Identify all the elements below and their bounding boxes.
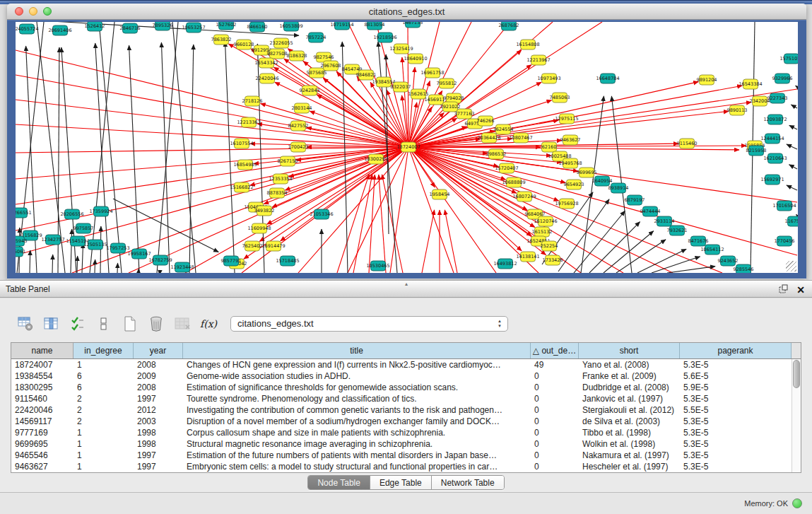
column-header-name[interactable]: name [11, 343, 73, 358]
table-cell: 1997 [134, 393, 183, 404]
table-cell: Structural magnetic resonance image aver… [183, 438, 531, 450]
function-builder-icon[interactable]: f(x) [199, 314, 218, 334]
graph-edge[interactable] [317, 95, 408, 147]
delete-column-button[interactable] [146, 314, 166, 334]
table-row[interactable]: 977716911998Corpus callosum shape and si… [11, 427, 801, 438]
table-row[interactable]: 1830029562008Estimation of significance … [11, 382, 801, 393]
graph-edge[interactable] [604, 231, 654, 273]
graph-edge[interactable] [281, 147, 408, 241]
graph-edge[interactable] [652, 257, 700, 273]
create-column-button[interactable] [120, 314, 140, 334]
graph-edge[interactable] [30, 250, 30, 273]
splitter-handle[interactable]: ▴ [405, 281, 408, 287]
graph-node-label: 19958167 [127, 251, 151, 257]
float-panel-icon[interactable] [779, 284, 788, 296]
table-row[interactable]: 1872400712008Changes of HCN gene express… [11, 359, 801, 370]
graph-node-label: 18724007 [396, 144, 420, 150]
graph-edge[interactable] [789, 165, 797, 169]
select-all-rows-button[interactable] [68, 314, 88, 334]
graph-edge[interactable] [77, 256, 78, 273]
show-columns-button[interactable] [42, 314, 61, 334]
graph-node-label: 9474444 [640, 209, 661, 214]
column-header-in_degree[interactable]: in_degree [73, 343, 134, 358]
table-row[interactable]: 969969511998Structural magnetic resonanc… [11, 438, 801, 450]
graph-node-label: 2933114 [654, 218, 675, 224]
table-row[interactable]: 2242004622012Investigating the contribut… [11, 404, 801, 416]
deselect-all-rows-button[interactable] [94, 314, 114, 334]
graph-edge[interactable] [52, 255, 53, 273]
graph-edge[interactable] [185, 147, 408, 273]
table-cell: 0 [531, 393, 579, 404]
graph-edge[interactable] [787, 185, 797, 190]
graph-edge[interactable] [95, 259, 95, 273]
memory-status-indicator[interactable] [792, 498, 802, 508]
graph-node-label: 8215958 [746, 148, 767, 153]
table-cell: Nakamura et al. (1997) [579, 450, 680, 461]
table-mode-button[interactable] [16, 314, 35, 334]
graph-edge[interactable] [408, 147, 797, 255]
graph-edge[interactable] [796, 86, 797, 87]
graph-edge[interactable] [791, 105, 797, 108]
table-row[interactable]: 946362711997Embryonic stem cells: a mode… [11, 461, 801, 472]
graph-edge[interactable] [71, 229, 72, 273]
graph-node-label: 1770456 [775, 238, 795, 244]
graph-edge[interactable] [172, 22, 196, 273]
table-row[interactable]: 1938455462009Genome-wide association stu… [11, 370, 801, 382]
window-titlebar[interactable]: citations_edges.txt [7, 4, 806, 20]
graph-node-label: 2718126 [242, 98, 263, 104]
graph-edge[interactable] [275, 82, 408, 147]
table-cell: Yano et al. (2008) [579, 359, 680, 370]
graph-edge[interactable] [574, 211, 625, 273]
tab-network-table[interactable]: Network Table [432, 476, 504, 489]
canvas-resize-grip[interactable] [786, 261, 796, 271]
graph-edge[interactable] [796, 214, 797, 216]
graph-edge[interactable] [157, 22, 178, 273]
close-panel-icon[interactable]: ✕ [796, 285, 805, 295]
network-table-selector[interactable]: citations_edges.txt ▲▼ [230, 316, 508, 332]
graph-edge[interactable] [667, 267, 715, 273]
graph-node-label: 9227343 [767, 95, 788, 101]
graph-node-label: 7863822 [211, 37, 232, 42]
graph-node-label: 2687682 [499, 23, 519, 28]
graph-edge[interactable] [789, 125, 797, 129]
column-header-pagerank[interactable]: pagerank [680, 343, 792, 358]
graph-edge[interactable] [408, 147, 454, 273]
graph-edge[interactable] [95, 43, 109, 273]
column-header-short[interactable]: short [579, 343, 680, 358]
table-row[interactable]: 911546021997Tourette syndrome. Phenomeno… [11, 393, 801, 404]
tab-edge-table[interactable]: Edge Table [370, 476, 432, 489]
graph-edge[interactable] [113, 199, 218, 252]
scrollbar-thumb[interactable] [793, 360, 800, 388]
graph-edge[interactable] [117, 263, 118, 273]
graph-edge[interactable] [408, 82, 698, 147]
column-header-year[interactable]: year [134, 343, 183, 358]
column-header-title[interactable]: title [183, 343, 531, 358]
graph-edge[interactable] [342, 42, 348, 273]
graph-node-label: 62160 [542, 144, 557, 150]
graph-node-label: 8813054 [365, 22, 385, 28]
network-canvas[interactable]: 1872400778638229660128891295423226055982… [16, 22, 798, 273]
graph-edge[interactable] [16, 147, 408, 204]
memory-status-label: Memory: OK [744, 499, 788, 508]
graph-edge[interactable] [225, 42, 235, 273]
table-row[interactable]: 946554611997Estimation of the future num… [11, 450, 801, 461]
vertical-scrollbar[interactable] [792, 359, 801, 472]
table-cell: 9115460 [11, 393, 73, 404]
table-row[interactable]: 1456911722003Disruption of a novel membe… [11, 416, 801, 427]
table-cell: 0 [531, 450, 579, 461]
graph-edge[interactable] [445, 210, 457, 273]
tab-node-table[interactable]: Node Table [308, 476, 370, 489]
scrollbar-corner [792, 343, 801, 358]
table-cell: 6 [73, 382, 134, 393]
graph-node-label: 19495768 [558, 160, 582, 166]
column-header-out_de[interactable]: △ out_de… [531, 343, 579, 358]
graph-node-label: 17016504 [772, 203, 796, 209]
table-cell: 5.3E-5 [680, 461, 792, 472]
graph-node-label: 7625402 [242, 243, 263, 249]
table-cell: Hescheler et al. (1997) [579, 461, 680, 472]
window-title: citations_edges.txt [7, 6, 806, 17]
graph-edge[interactable] [16, 100, 408, 147]
import-table-button-disabled [172, 314, 192, 334]
graph-edge[interactable] [422, 210, 435, 273]
graph-edge[interactable] [787, 144, 797, 149]
